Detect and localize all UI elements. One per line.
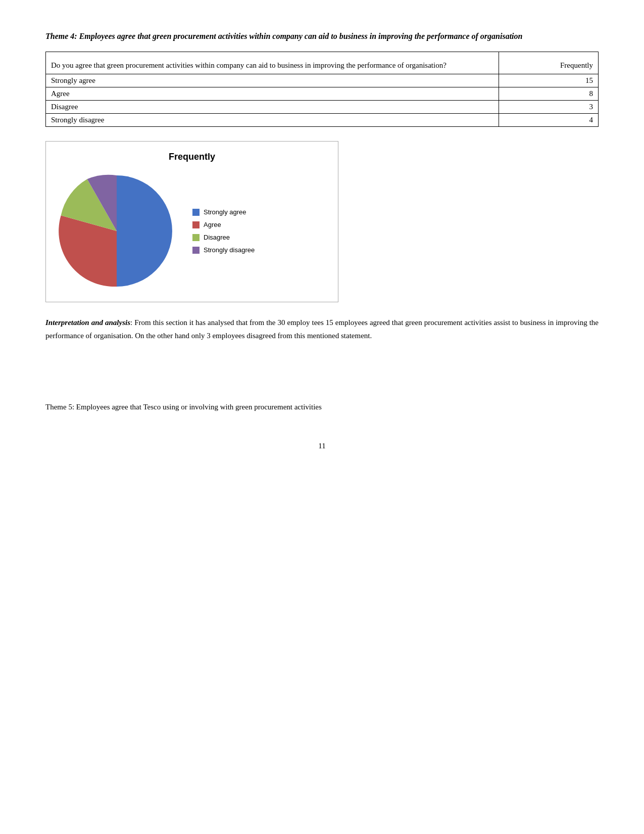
table-question: Do you agree that green procurement acti… xyxy=(46,52,499,74)
table-row-1-value: 15 xyxy=(499,74,599,87)
legend-color-4 xyxy=(192,247,200,254)
legend-item-1: Strongly agree xyxy=(192,208,255,216)
legend-color-1 xyxy=(192,209,200,216)
legend-item-4: Strongly disagree xyxy=(192,246,255,254)
interpretation-bold: Interpretation and analysis xyxy=(45,318,130,327)
legend-label-4: Strongly disagree xyxy=(204,246,255,254)
legend-item-2: Agree xyxy=(192,221,255,228)
table-row-3-label: Disagree xyxy=(46,101,499,114)
theme5-title: Theme 5: Employees agree that Tesco usin… xyxy=(45,403,599,411)
table-row-4-label: Strongly disagree xyxy=(46,114,499,127)
legend-color-3 xyxy=(192,234,200,241)
table-row-1-label: Strongly agree xyxy=(46,74,499,87)
chart-legend: Strongly agree Agree Disagree Strongly d… xyxy=(192,208,255,254)
table-header: Frequently xyxy=(499,52,599,74)
chart-container: Frequently Strongly agree xyxy=(45,141,338,302)
theme-title: Theme 4: Employees agree that green proc… xyxy=(45,30,599,42)
legend-label-2: Agree xyxy=(204,221,221,228)
legend-color-2 xyxy=(192,221,200,228)
table-row-3-value: 3 xyxy=(499,101,599,114)
table-row-2-label: Agree xyxy=(46,87,499,101)
chart-body: Strongly agree Agree Disagree Strongly d… xyxy=(56,170,328,292)
data-table: Do you agree that green procurement acti… xyxy=(45,52,599,127)
pie-svg xyxy=(56,170,177,292)
interpretation-text: Interpretation and analysis: From this s… xyxy=(45,316,599,342)
legend-item-3: Disagree xyxy=(192,234,255,241)
table-row-2-value: 8 xyxy=(499,87,599,101)
legend-label-1: Strongly agree xyxy=(204,208,246,216)
page-number: 11 xyxy=(45,442,599,450)
legend-label-3: Disagree xyxy=(204,234,230,241)
pie-chart xyxy=(56,170,177,292)
chart-title: Frequently xyxy=(56,152,328,162)
table-row-4-value: 4 xyxy=(499,114,599,127)
